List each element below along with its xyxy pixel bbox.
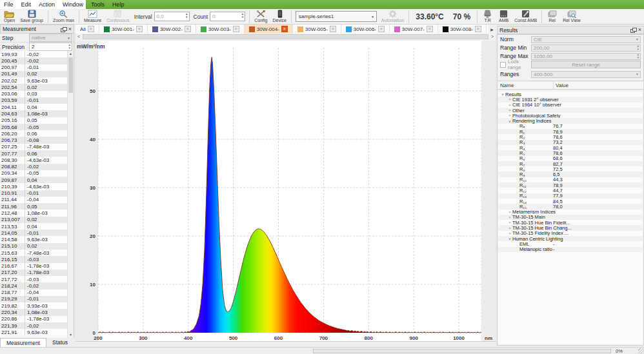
measurement-table-row[interactable]: 202,029,63e-03	[0, 77, 68, 84]
series-select-dropdown[interactable]: sample-series1▼	[296, 11, 377, 22]
measurement-table-row[interactable]: 206,200,06	[0, 130, 68, 137]
measurement-table-row[interactable]: 212,481,08e-03	[0, 210, 68, 216]
measurement-table-row[interactable]: 203,59-0,01	[0, 97, 68, 104]
measurement-table-row[interactable]: 217,72-0,03	[0, 276, 68, 282]
toolbar-button-measure[interactable]: Measure	[81, 9, 104, 24]
spectrum-chart[interactable]: mW/m²/nm10203040500200300400500600700800…	[75, 41, 496, 341]
toolbar-button-const-amb[interactable]: Const AMB	[512, 9, 539, 24]
scroll-up-icon[interactable]: ▲	[68, 51, 74, 57]
spectrum-chart-area[interactable]: < > mW/m²/nm1020304050020030040050060070…	[75, 34, 496, 342]
measurement-table-scrollbar[interactable]: ▲ ▼	[67, 51, 74, 338]
measurement-table-row[interactable]: 209,870,04	[0, 177, 68, 183]
norm-select[interactable]: CIE▼	[531, 36, 641, 43]
series-chip-30w-007[interactable]: 30W-007-×	[390, 25, 438, 34]
menu-item-window[interactable]: Window	[59, 0, 87, 9]
measurement-table-row[interactable]: 210,39-4,63e-03	[0, 183, 68, 190]
menu-item-action[interactable]: Action	[35, 0, 59, 9]
series-chip-30w-001[interactable]: 30W-001-×	[99, 25, 148, 34]
spinner-arrows-icon[interactable]: ▲▼	[68, 44, 71, 50]
series-chip-30w-005[interactable]: 30W-005-×	[293, 25, 341, 34]
interval-input[interactable]: 0,0▲▼	[154, 12, 190, 21]
count-input[interactable]: 0▲▼	[210, 12, 245, 21]
series-checkbox-icon[interactable]: ×	[378, 26, 385, 32]
range-min-stepper[interactable]: 200,00 ▲▼	[531, 44, 641, 52]
measurement-table-row[interactable]: 211,44-0,04	[0, 197, 68, 203]
scroll-left-icon[interactable]: <	[75, 34, 82, 40]
series-checkbox-icon[interactable]: ×	[185, 26, 191, 32]
measurement-table-row[interactable]: 215,100,02	[0, 243, 68, 250]
dock-tab-measurement[interactable]: Measurement	[0, 338, 46, 347]
scrollbar-thumb[interactable]	[83, 34, 488, 39]
measurement-table-row[interactable]: 213,0070,02	[0, 217, 68, 223]
measurement-table-row[interactable]: 220,341,08e-03	[0, 309, 68, 315]
close-panel-icon[interactable]: ×	[638, 27, 641, 33]
lock-range-checkbox[interactable]	[500, 62, 506, 68]
measurement-table-row[interactable]: 211,960,05	[0, 203, 68, 210]
tree-expander-icon[interactable]: >	[507, 108, 512, 112]
series-chip-30w-003[interactable]: 30W-003-×	[196, 25, 245, 34]
series-checkbox-icon[interactable]: ×	[233, 26, 239, 32]
measurement-table-row[interactable]: 218,24-0,02	[0, 282, 68, 289]
reset-range-button[interactable]: Reset range	[531, 61, 641, 68]
series-chip-30w-002[interactable]: 30W-002-×	[148, 25, 196, 34]
series-checkbox-icon[interactable]: ×	[330, 26, 336, 32]
spinner-arrows-icon[interactable]: ▲▼	[241, 12, 244, 19]
measurement-table-row[interactable]: 213,530,04	[0, 223, 68, 230]
series-chip-30w-004[interactable]: 30W-004-×	[245, 25, 293, 34]
measurement-table-row[interactable]: 206,73-0,08	[0, 137, 68, 143]
measurement-table-row[interactable]: 204,631,08e-03	[0, 110, 68, 117]
measurement-table-row[interactable]: 217,20-1,78e-03	[0, 270, 68, 276]
measurement-table-row[interactable]: 207,770,06	[0, 150, 68, 157]
precision-stepper[interactable]: 2 ▲▼	[29, 43, 72, 51]
measurement-table-row[interactable]: 210,91-0,01	[0, 190, 68, 197]
results-tree-row[interactable]: Melanopic ratio-	[498, 247, 643, 252]
measurement-table-row[interactable]: 199,93-0,02	[0, 51, 68, 57]
measurement-table-row[interactable]: 218,77-0,04	[0, 290, 68, 296]
series-checkbox-icon[interactable]: ×	[427, 26, 433, 32]
scroll-down-icon[interactable]: ▼	[68, 332, 74, 338]
measurement-table-row[interactable]: 208,30-4,63e-03	[0, 157, 68, 163]
measurement-table-row[interactable]: 214,05-0,01	[0, 230, 68, 236]
measurement-table-row[interactable]: 205,68-0,05	[0, 124, 68, 130]
step-select[interactable]: native▼	[29, 34, 72, 42]
measurement-table-row[interactable]: 216,67-1,78e-03	[0, 263, 68, 270]
measurement-table-row[interactable]: 214,589,63e-03	[0, 236, 68, 242]
measurement-table-row[interactable]: 216,15-0,03	[0, 256, 68, 262]
measurement-table-row[interactable]: 219,29-0,01	[0, 296, 68, 302]
tree-expander-icon[interactable]: >	[507, 231, 512, 235]
series-checkbox-icon[interactable]: ×	[475, 26, 481, 32]
tree-expander-icon[interactable]: v	[507, 237, 512, 241]
measurement-table-row[interactable]: 205,160,05	[0, 117, 68, 124]
spinner-arrows-icon[interactable]: ▲▼	[637, 44, 639, 51]
range-max-stepper[interactable]: 1050,00 ▲▼	[531, 53, 641, 60]
toolbar-button-save-group[interactable]: Save group	[17, 9, 46, 24]
toolbar-button-rel[interactable]: Rel	[544, 9, 560, 24]
scroll-right-icon[interactable]: >	[489, 34, 496, 40]
float-panel-icon[interactable]	[61, 27, 66, 32]
tree-expander-icon[interactable]: >	[507, 221, 512, 224]
ranges-select[interactable]: 400-500▼	[531, 71, 641, 78]
toolbar-button-tr[interactable]: T.R	[479, 9, 496, 24]
measurement-table-row[interactable]: 215,63-7,48e-03	[0, 250, 68, 256]
menu-item-file[interactable]: File	[0, 0, 17, 9]
series-chip-all[interactable]: All×	[75, 25, 99, 34]
toolbar-button-config[interactable]: Config	[252, 9, 270, 24]
menu-item-help[interactable]: Help	[108, 0, 128, 9]
measurement-table-row[interactable]: 207,25-7,48e-03	[0, 144, 68, 150]
series-checkbox-icon[interactable]: ×	[136, 26, 143, 32]
toolbar-button-amb[interactable]: AMB	[496, 9, 512, 24]
tree-expander-icon[interactable]: >	[507, 226, 512, 230]
measurement-table-row[interactable]: 204,110,04	[0, 104, 68, 110]
series-checkbox-icon[interactable]: ×	[281, 26, 288, 32]
spinner-arrows-icon[interactable]: ▲▼	[185, 12, 188, 19]
tree-expander-icon[interactable]: v	[500, 92, 505, 96]
tree-expander-icon[interactable]: >	[507, 103, 512, 107]
measurement-table-row[interactable]: 221,919,63e-03	[0, 329, 68, 335]
series-chip-30w-006[interactable]: 30W-006-×	[341, 25, 390, 34]
window-resize-grip[interactable]	[638, 348, 644, 354]
scrollbar-thumb[interactable]	[68, 57, 73, 93]
float-panel-icon[interactable]	[630, 28, 636, 32]
dock-tab-status[interactable]: Status	[46, 338, 74, 347]
series-chip-30w-008[interactable]: 30W-008-×	[438, 25, 487, 34]
series-scroll-right-icon[interactable]: ▶	[488, 25, 496, 34]
